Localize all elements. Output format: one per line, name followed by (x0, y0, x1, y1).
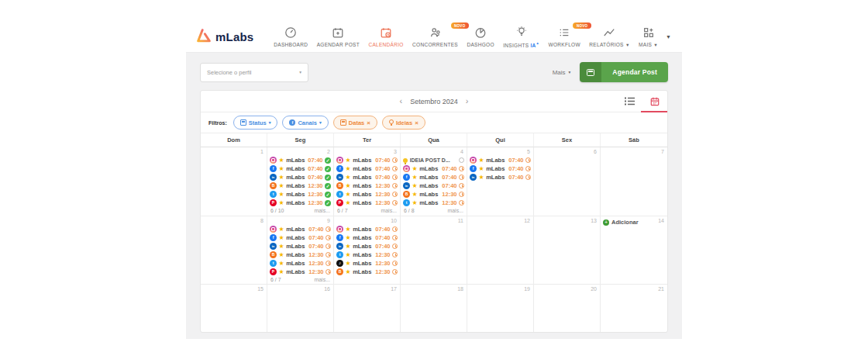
post-item[interactable]: in★mLabs07:40 (334, 173, 400, 181)
calendar-day-cell[interactable]: 11 (401, 216, 467, 285)
post-item[interactable]: P★mLabs12:30✓ (267, 199, 333, 207)
calendar-day-cell[interactable]: 14+Adicionar (601, 216, 667, 285)
calendar-day-cell[interactable]: 6 (534, 147, 601, 216)
calendar-day-cell[interactable]: 12 (467, 216, 534, 285)
filter-status[interactable]: Status ▾ (233, 116, 278, 130)
post-item[interactable]: B★mLabs12:30 (401, 190, 467, 199)
favorite-star-icon: ★ (479, 174, 484, 181)
calendar-day-cell[interactable]: 15 (201, 285, 267, 333)
scheduled-clock-icon (392, 174, 398, 180)
calendar-day-cell[interactable]: 17 (334, 285, 401, 333)
nav-mais[interactable]: MAIS ▼ (639, 26, 658, 47)
post-item[interactable]: t★mLabs12:30 (334, 190, 400, 199)
post-item[interactable]: ★mLabs07:40 (334, 225, 400, 233)
blogger-icon: B (403, 191, 410, 198)
post-item[interactable]: in★mLabs07:40 (334, 242, 400, 251)
post-item[interactable]: ★mLabs07:40 (401, 164, 467, 173)
nav-calendario[interactable]: CALENDÁRIO (368, 26, 403, 47)
favorite-star-icon: ★ (279, 260, 284, 267)
filter-canais[interactable]: f Canais ▾ (282, 116, 328, 130)
nav-concorrentes[interactable]: NOVO CONCORRENTES (412, 26, 458, 47)
favorite-star-icon: ★ (479, 157, 484, 164)
calendar-day-cell[interactable]: 7 (601, 147, 667, 216)
calendar-day-cell[interactable]: 3★mLabs07:40f★mLabs07:40in★mLabs07:40B★m… (334, 147, 401, 216)
post-item[interactable]: t★mLabs12:30 (401, 199, 467, 207)
post-item[interactable]: in★mLabs07:40 (401, 181, 467, 190)
close-icon[interactable]: × (367, 119, 370, 126)
instagram-icon (270, 157, 277, 164)
nav-relatorios[interactable]: RELATÓRIOS ▼ (589, 26, 629, 47)
post-item[interactable]: f★mLabs07:40✓ (267, 164, 333, 173)
scheduled-clock-icon (326, 261, 331, 266)
filter-ideias[interactable]: Ideias × (382, 116, 425, 130)
mais-link[interactable]: mais... (381, 208, 397, 213)
post-item[interactable]: in★mLabs07:40 (467, 173, 533, 181)
next-month-button[interactable]: › (466, 97, 469, 105)
post-time: 12:30 (375, 251, 390, 258)
post-item[interactable]: t★mLabs12:30 (267, 259, 333, 268)
nav-agendar-post[interactable]: AGENDAR POST (317, 26, 360, 47)
post-item[interactable]: ★mLabs07:40✓ (267, 156, 333, 164)
chevron-down-icon: ▼ (653, 43, 658, 47)
adicionar-button[interactable]: +Adicionar (601, 218, 667, 226)
post-time: 07:40 (375, 165, 390, 172)
post-item[interactable]: f★mLabs07:40 (467, 164, 533, 173)
post-item[interactable]: ★mLabs07:40 (334, 156, 400, 164)
calendar-day-cell[interactable]: 19 (467, 285, 534, 333)
calendar-day-cell[interactable]: 13 (534, 216, 601, 285)
calendar-day-cell[interactable]: 5★mLabs07:40f★mLabs07:40in★mLabs07:40 (467, 147, 534, 216)
post-item[interactable]: f★mLabs07:40 (334, 164, 400, 173)
account-menu-caret[interactable]: ▼ (666, 34, 671, 40)
post-item[interactable]: B★mLabs12:30✓ (267, 181, 333, 190)
post-item[interactable]: t★mLabs12:30✓ (267, 190, 333, 199)
post-item[interactable]: P★mLabs12:30 (267, 268, 333, 276)
post-item[interactable]: t★mLabs12:30 (334, 251, 400, 259)
calendar-day-cell[interactable]: 18 (401, 285, 467, 333)
calendar-day-cell[interactable]: 2★mLabs07:40✓f★mLabs07:40✓in★mLabs07:40✓… (267, 147, 334, 216)
post-item[interactable]: f★mLabs07:40 (401, 173, 467, 181)
idea-item[interactable]: IDEIA POST D... (401, 156, 467, 164)
calendar-day-cell[interactable]: 8 (201, 216, 267, 285)
post-item[interactable]: f★mLabs07:40 (267, 233, 333, 242)
calendar-day-cell[interactable]: 4IDEIA POST D...★mLabs07:40f★mLabs07:40i… (401, 147, 467, 216)
post-item[interactable]: ★mLabs07:40 (467, 156, 533, 164)
account-name: mLabs (353, 157, 371, 164)
list-view-button[interactable] (625, 91, 635, 112)
mais-link[interactable]: mais... (447, 208, 463, 213)
post-item[interactable]: ♪★mLabs12:30 (334, 259, 400, 268)
calendar-day-cell[interactable]: 10★mLabs07:40f★mLabs07:40in★mLabs07:40t★… (334, 216, 401, 285)
prev-month-button[interactable]: ‹ (400, 97, 403, 105)
post-item[interactable]: ★mLabs07:40 (267, 225, 333, 233)
nav-workflow[interactable]: NOVO WORKFLOW (548, 26, 580, 47)
mais-link[interactable]: mais... (314, 277, 330, 282)
calendar-view-button[interactable] (650, 91, 660, 112)
post-item[interactable]: in★mLabs07:40 (267, 242, 333, 251)
favorite-star-icon: ★ (346, 226, 351, 233)
scheduled-clock-icon (326, 252, 331, 257)
post-item[interactable]: f★mLabs07:40 (334, 233, 400, 242)
calendar-day-cell[interactable]: 20 (534, 285, 601, 333)
mlabs-logo[interactable]: mLabs (195, 27, 253, 47)
calendar-day-cell[interactable]: 21 (601, 285, 667, 333)
calendar-day-cell[interactable]: 1 (201, 147, 267, 216)
nav-dashboard[interactable]: DASHBOARD (274, 26, 308, 47)
agendar-post-label: Agendar Post (601, 62, 668, 82)
calendar-day-cell[interactable]: 16 (267, 285, 334, 333)
account-name: mLabs (419, 191, 438, 198)
calendar-day-cell[interactable]: 9★mLabs07:40f★mLabs07:40in★mLabs07:40B★m… (267, 216, 334, 285)
post-item[interactable]: in★mLabs07:40✓ (267, 173, 333, 181)
post-item[interactable]: P★mLabs12:30 (334, 199, 400, 207)
gauge-icon (284, 26, 297, 40)
profile-select[interactable]: Selecione o perfil ▾ (200, 63, 308, 82)
agendar-post-button[interactable]: Agendar Post (580, 62, 668, 82)
filter-datas[interactable]: Datas × (333, 116, 377, 130)
post-item[interactable]: B★mLabs12:30 (334, 268, 400, 276)
twitter-icon: t (270, 260, 277, 267)
mais-dropdown[interactable]: Mais ▾ (553, 69, 571, 76)
nav-insights-ia[interactable]: INSIGHTS IA✦ (503, 26, 539, 48)
nav-dashgoo[interactable]: DASHGOO (467, 26, 494, 47)
post-item[interactable]: B★mLabs12:30 (267, 251, 333, 259)
mais-link[interactable]: mais... (314, 208, 330, 213)
post-item[interactable]: B★mLabs12:30 (334, 181, 400, 190)
close-icon[interactable]: × (415, 119, 418, 126)
